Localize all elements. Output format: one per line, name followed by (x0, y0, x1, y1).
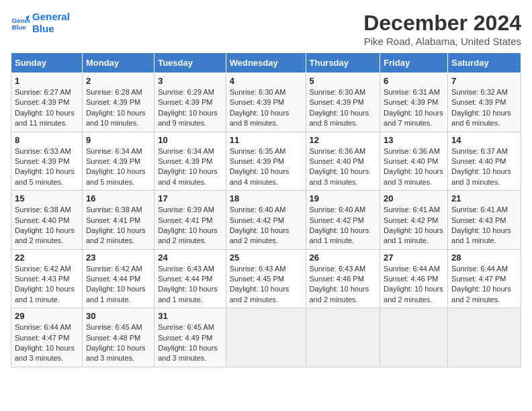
day-info: Sunrise: 6:42 AM Sunset: 4:44 PM Dayligh… (86, 264, 150, 306)
day-number: 3 (158, 76, 222, 86)
week-row-1: 1Sunrise: 6:27 AM Sunset: 4:39 PM Daylig… (11, 73, 521, 132)
day-info: Sunrise: 6:43 AM Sunset: 4:45 PM Dayligh… (230, 264, 302, 306)
calendar-cell: 6Sunrise: 6:31 AM Sunset: 4:39 PM Daylig… (380, 73, 448, 132)
calendar-cell: 21Sunrise: 6:41 AM Sunset: 4:43 PM Dayli… (448, 191, 521, 250)
calendar-cell: 4Sunrise: 6:30 AM Sunset: 4:39 PM Daylig… (226, 73, 306, 132)
day-number: 17 (158, 193, 222, 203)
calendar-cell: 10Sunrise: 6:34 AM Sunset: 4:39 PM Dayli… (154, 132, 226, 191)
calendar-cell: 12Sunrise: 6:36 AM Sunset: 4:40 PM Dayli… (306, 132, 380, 191)
day-header-wednesday: Wednesday (226, 53, 306, 73)
week-row-2: 8Sunrise: 6:33 AM Sunset: 4:39 PM Daylig… (11, 132, 521, 191)
day-info: Sunrise: 6:44 AM Sunset: 4:47 PM Dayligh… (451, 264, 517, 306)
day-number: 7 (451, 76, 517, 86)
day-number: 10 (158, 135, 222, 145)
page-header: General Blue General Blue December 2024 … (11, 11, 521, 47)
day-header-saturday: Saturday (448, 53, 521, 73)
day-number: 13 (384, 135, 444, 145)
day-info: Sunrise: 6:28 AM Sunset: 4:39 PM Dayligh… (86, 87, 150, 129)
day-info: Sunrise: 6:37 AM Sunset: 4:40 PM Dayligh… (451, 146, 517, 188)
calendar-cell (380, 308, 448, 367)
calendar-cell: 24Sunrise: 6:43 AM Sunset: 4:44 PM Dayli… (154, 249, 226, 308)
calendar-cell: 30Sunrise: 6:45 AM Sunset: 4:48 PM Dayli… (82, 308, 154, 367)
day-info: Sunrise: 6:30 AM Sunset: 4:39 PM Dayligh… (310, 87, 377, 129)
day-number: 22 (15, 253, 79, 263)
calendar-cell: 1Sunrise: 6:27 AM Sunset: 4:39 PM Daylig… (11, 73, 83, 132)
day-number: 4 (230, 76, 302, 86)
day-number: 11 (230, 135, 302, 145)
calendar-cell: 7Sunrise: 6:32 AM Sunset: 4:39 PM Daylig… (448, 73, 521, 132)
calendar-cell: 19Sunrise: 6:40 AM Sunset: 4:42 PM Dayli… (306, 191, 380, 250)
day-number: 20 (384, 193, 444, 203)
calendar-cell: 16Sunrise: 6:38 AM Sunset: 4:41 PM Dayli… (82, 191, 154, 250)
title-area: December 2024 Pike Road, Alabama, United… (363, 11, 521, 47)
day-info: Sunrise: 6:41 AM Sunset: 4:42 PM Dayligh… (384, 205, 444, 246)
day-info: Sunrise: 6:38 AM Sunset: 4:41 PM Dayligh… (86, 205, 150, 246)
calendar-cell: 31Sunrise: 6:45 AM Sunset: 4:49 PM Dayli… (154, 308, 226, 367)
day-info: Sunrise: 6:34 AM Sunset: 4:39 PM Dayligh… (86, 146, 150, 188)
day-info: Sunrise: 6:27 AM Sunset: 4:39 PM Dayligh… (15, 87, 79, 129)
day-info: Sunrise: 6:44 AM Sunset: 4:46 PM Dayligh… (384, 264, 444, 306)
day-info: Sunrise: 6:41 AM Sunset: 4:43 PM Dayligh… (451, 205, 517, 246)
day-info: Sunrise: 6:36 AM Sunset: 4:40 PM Dayligh… (384, 146, 444, 188)
day-info: Sunrise: 6:45 AM Sunset: 4:48 PM Dayligh… (86, 322, 150, 364)
day-info: Sunrise: 6:42 AM Sunset: 4:43 PM Dayligh… (15, 264, 79, 306)
calendar-cell: 15Sunrise: 6:38 AM Sunset: 4:40 PM Dayli… (11, 191, 83, 250)
day-info: Sunrise: 6:32 AM Sunset: 4:39 PM Dayligh… (451, 87, 517, 129)
calendar-cell (226, 308, 306, 367)
calendar-cell (448, 308, 521, 367)
day-info: Sunrise: 6:43 AM Sunset: 4:44 PM Dayligh… (158, 264, 222, 306)
calendar-cell: 9Sunrise: 6:34 AM Sunset: 4:39 PM Daylig… (82, 132, 154, 191)
day-info: Sunrise: 6:39 AM Sunset: 4:41 PM Dayligh… (158, 205, 222, 246)
calendar-cell (306, 308, 380, 367)
day-number: 26 (310, 253, 377, 263)
calendar-cell: 3Sunrise: 6:29 AM Sunset: 4:39 PM Daylig… (154, 73, 226, 132)
calendar-cell: 20Sunrise: 6:41 AM Sunset: 4:42 PM Dayli… (380, 191, 448, 250)
calendar-cell: 18Sunrise: 6:40 AM Sunset: 4:42 PM Dayli… (226, 191, 306, 250)
day-header-monday: Monday (82, 53, 154, 73)
calendar-cell: 27Sunrise: 6:44 AM Sunset: 4:46 PM Dayli… (380, 249, 448, 308)
calendar-cell: 28Sunrise: 6:44 AM Sunset: 4:47 PM Dayli… (448, 249, 521, 308)
day-number: 31 (158, 311, 222, 321)
svg-text:Blue: Blue (11, 24, 26, 31)
day-number: 6 (384, 76, 444, 86)
day-number: 30 (86, 311, 150, 321)
logo-blue: Blue (32, 23, 70, 35)
day-number: 21 (451, 193, 517, 203)
day-number: 27 (384, 253, 444, 263)
day-info: Sunrise: 6:36 AM Sunset: 4:40 PM Dayligh… (310, 146, 377, 188)
day-info: Sunrise: 6:31 AM Sunset: 4:39 PM Dayligh… (384, 87, 444, 129)
day-number: 5 (310, 76, 377, 86)
day-header-friday: Friday (380, 53, 448, 73)
day-info: Sunrise: 6:45 AM Sunset: 4:49 PM Dayligh… (158, 322, 222, 364)
day-info: Sunrise: 6:30 AM Sunset: 4:39 PM Dayligh… (230, 87, 302, 129)
day-number: 24 (158, 253, 222, 263)
calendar-cell: 13Sunrise: 6:36 AM Sunset: 4:40 PM Dayli… (380, 132, 448, 191)
day-info: Sunrise: 6:38 AM Sunset: 4:40 PM Dayligh… (15, 205, 79, 246)
calendar-cell: 29Sunrise: 6:44 AM Sunset: 4:47 PM Dayli… (11, 308, 83, 367)
day-info: Sunrise: 6:29 AM Sunset: 4:39 PM Dayligh… (158, 87, 222, 129)
day-number: 14 (451, 135, 517, 145)
day-number: 2 (86, 76, 150, 86)
day-number: 19 (310, 193, 377, 203)
calendar-table: SundayMondayTuesdayWednesdayThursdayFrid… (11, 52, 521, 367)
week-row-3: 15Sunrise: 6:38 AM Sunset: 4:40 PM Dayli… (11, 191, 521, 250)
day-number: 25 (230, 253, 302, 263)
calendar-cell: 8Sunrise: 6:33 AM Sunset: 4:39 PM Daylig… (11, 132, 83, 191)
calendar-cell: 14Sunrise: 6:37 AM Sunset: 4:40 PM Dayli… (448, 132, 521, 191)
calendar-cell: 26Sunrise: 6:43 AM Sunset: 4:46 PM Dayli… (306, 249, 380, 308)
day-info: Sunrise: 6:35 AM Sunset: 4:39 PM Dayligh… (230, 146, 302, 188)
logo: General Blue General Blue (11, 11, 70, 35)
day-info: Sunrise: 6:44 AM Sunset: 4:47 PM Dayligh… (15, 322, 79, 364)
week-row-5: 29Sunrise: 6:44 AM Sunset: 4:47 PM Dayli… (11, 308, 521, 367)
day-number: 28 (451, 253, 517, 263)
calendar-cell: 2Sunrise: 6:28 AM Sunset: 4:39 PM Daylig… (82, 73, 154, 132)
subtitle: Pike Road, Alabama, United States (363, 36, 521, 47)
day-number: 15 (15, 193, 79, 203)
day-header-thursday: Thursday (306, 53, 380, 73)
day-info: Sunrise: 6:40 AM Sunset: 4:42 PM Dayligh… (310, 205, 377, 246)
calendar-cell: 22Sunrise: 6:42 AM Sunset: 4:43 PM Dayli… (11, 249, 83, 308)
day-number: 29 (15, 311, 79, 321)
day-info: Sunrise: 6:34 AM Sunset: 4:39 PM Dayligh… (158, 146, 222, 188)
calendar-body: 1Sunrise: 6:27 AM Sunset: 4:39 PM Daylig… (11, 73, 521, 367)
day-number: 9 (86, 135, 150, 145)
